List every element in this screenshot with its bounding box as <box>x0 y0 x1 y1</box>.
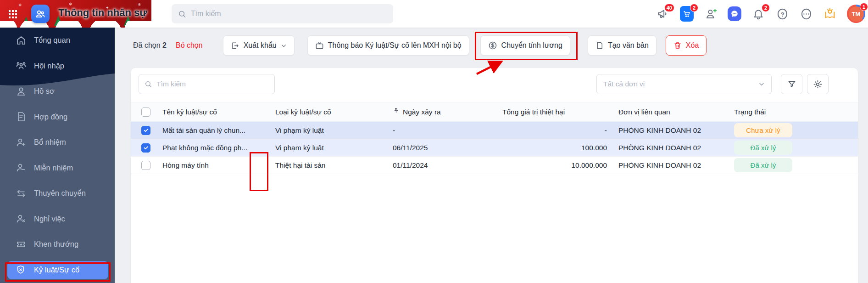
add-user-icon[interactable] <box>704 7 718 21</box>
unit-filter-placeholder: Tất cả đơn vị <box>603 80 645 88</box>
snowflake-icon: ❄ <box>69 2 72 6</box>
snowflake-icon: ❄ <box>138 2 141 7</box>
column-header-type[interactable]: Loại kỷ luật/sự cố <box>275 108 393 116</box>
chevron-down-icon <box>758 81 765 87</box>
row-checkbox[interactable] <box>141 143 150 153</box>
table-row-2[interactable]: Phạt không mặc đồng ph... Vi phạm kỷ luậ… <box>131 139 858 157</box>
cell-unit: PHÒNG KINH DOANH 02 <box>607 161 734 170</box>
cart-badge: 2 <box>690 4 698 12</box>
search-icon <box>178 10 186 18</box>
table-search-input[interactable] <box>156 80 269 88</box>
snowflake-icon: ❄ <box>18 3 22 7</box>
cell-date: 01/11/2024 <box>393 161 502 170</box>
table-row-1[interactable]: Mất tài sản quản lý chun... Vi phạm kỷ l… <box>131 122 858 139</box>
hr-app-logo-icon[interactable] <box>31 5 50 23</box>
cell-date: 06/11/2025 <box>393 144 502 152</box>
table-row-3[interactable]: Hỏng máy tính Thiệt hại tài sản 01/11/20… <box>131 157 858 174</box>
sidebar-item-thuyen-chuyen[interactable]: Thuyên chuyển <box>0 181 115 206</box>
snow-decoration <box>0 21 151 28</box>
cell-name: Mất tài sản quản lý chun... <box>162 126 275 135</box>
export-icon <box>231 41 239 50</box>
person-plus-icon <box>16 137 27 148</box>
pin-icon[interactable] <box>393 108 400 116</box>
user-avatar[interactable]: TM 1 <box>847 5 865 23</box>
whats-new-icon[interactable] <box>823 7 837 21</box>
column-header-value[interactable]: Tổng giá trị thiệt hại <box>502 108 607 116</box>
hr-app-window: ❄ ❄ ✦ ❄ Thông tin nhân sự 40 <box>0 0 868 283</box>
sidebar-item-mien-nhiem[interactable]: Miễn nhiệm <box>0 155 115 181</box>
avatar-badge: 1 <box>860 3 868 11</box>
create-document-button[interactable]: Tạo văn bản <box>588 35 657 56</box>
sidebar-item-label: Hợp đồng <box>34 113 67 121</box>
table-search[interactable] <box>139 74 275 94</box>
document-icon <box>595 41 604 50</box>
notifications-bell-icon[interactable]: 2 <box>751 7 765 21</box>
column-header-status[interactable]: Trạng thái <box>734 108 858 116</box>
notify-social-button[interactable]: Thông báo Kỷ luật/Sự cố lên MXH nội bộ <box>307 35 469 56</box>
global-search-input[interactable] <box>191 10 387 18</box>
table-body: Mất tài sản quản lý chun... Vi phạm kỷ l… <box>131 122 858 174</box>
shield-x-icon <box>16 265 27 276</box>
table-settings-button[interactable] <box>807 74 829 94</box>
help-icon[interactable]: ? <box>775 7 789 21</box>
sidebar-item-hop-dong[interactable]: Hợp đồng <box>0 104 115 130</box>
chat-icon[interactable] <box>728 7 741 21</box>
chevron-down-icon <box>281 43 287 49</box>
sidebar-item-bo-nhiem[interactable]: Bổ nhiệm <box>0 130 115 155</box>
gear-icon <box>813 79 823 89</box>
cart-icon[interactable]: 2 <box>680 7 694 21</box>
export-button[interactable]: Xuất khẩu <box>223 35 295 56</box>
main-content: Đã chọn 2 Bỏ chọn Xuất khẩu Thông báo Kỷ… <box>115 28 868 283</box>
row-checkbox[interactable] <box>141 126 150 135</box>
sidebar-active-item-wrapper: Kỷ luật/Sự cố <box>0 261 115 279</box>
transfer-arrows-icon <box>16 188 27 199</box>
column-header-unit[interactable]: Đơn vị liên quan <box>607 108 734 116</box>
clear-selection-button[interactable]: Bỏ chọn <box>176 41 203 50</box>
row-checkbox[interactable] <box>141 161 150 170</box>
sidebar-item-khen-thuong[interactable]: Khen thưởng <box>0 232 115 257</box>
app-grid-icon[interactable] <box>8 10 17 19</box>
sidebar-item-label: Thuyên chuyển <box>34 189 86 198</box>
unit-filter-select[interactable]: Tất cả đơn vị <box>596 74 772 94</box>
person-icon <box>16 86 27 97</box>
cell-value: 10.000.000 <box>502 161 607 170</box>
transfer-to-payroll-button[interactable]: Chuyển tính lương <box>480 35 570 56</box>
sidebar-item-tong-quan[interactable]: Tổng quan <box>0 28 115 53</box>
column-header-name[interactable]: Tên kỷ luật/sự cố <box>162 108 275 116</box>
sidebar-item-label: Tổng quan <box>34 36 70 45</box>
column-header-date[interactable]: Ngày xảy ra <box>393 108 502 116</box>
home-icon <box>16 35 27 46</box>
bulk-actions-toolbar: Đã chọn 2 Bỏ chọn Xuất khẩu Thông báo Kỷ… <box>133 35 707 56</box>
announcement-icon[interactable]: 40 <box>656 7 670 21</box>
sidebar-item-label: Nghỉ việc <box>34 215 65 223</box>
cell-date: - <box>393 126 502 135</box>
sidebar-item-nghi-viec[interactable]: Nghỉ việc <box>0 206 115 232</box>
delete-button[interactable]: Xóa <box>666 35 707 56</box>
sidebar-item-label: Miễn nhiệm <box>34 164 73 172</box>
sidebar-item-ky-luat-su-co[interactable]: Kỷ luật/Sự cố <box>7 261 108 279</box>
dollar-circle-icon <box>488 41 497 50</box>
sidebar-nav: Tổng quan Hội nhập Hồ sơ Hợp đồng Bổ nhi… <box>0 28 115 279</box>
cell-name: Hỏng máy tính <box>162 161 275 170</box>
sidebar-item-label: Kỷ luật/Sự cố <box>34 266 79 274</box>
selected-count: 2 <box>162 41 167 49</box>
search-icon <box>145 80 152 88</box>
person-x-icon <box>16 213 27 224</box>
notifications-badge: 2 <box>762 4 770 12</box>
award-ticket-icon <box>16 239 27 250</box>
sidebar-item-label: Bổ nhiệm <box>34 138 66 147</box>
status-badge: Đã xử lý <box>734 158 792 172</box>
selected-count-text: Đã chọn 2 <box>133 41 167 50</box>
people-group-icon <box>16 60 27 71</box>
more-options-icon[interactable] <box>799 7 813 21</box>
sidebar: Tổng quan Hội nhập Hồ sơ Hợp đồng Bổ nhi… <box>0 28 115 283</box>
filter-button[interactable] <box>781 74 802 94</box>
global-search[interactable] <box>172 4 393 23</box>
topbar: ❄ ❄ ✦ ❄ Thông tin nhân sự 40 <box>0 0 868 28</box>
sidebar-item-ho-so[interactable]: Hồ sơ <box>0 79 115 104</box>
sidebar-item-hoi-nhap[interactable]: Hội nhập <box>0 53 115 79</box>
discipline-list-card: Tất cả đơn vị Tên kỷ luật/sự cố Loại kỷ … <box>131 68 858 283</box>
payroll-button-annotation-wrapper: Chuyển tính lương <box>480 35 570 56</box>
select-all-checkbox[interactable] <box>141 108 150 117</box>
cell-unit: PHÒNG KINH DOANH 02 <box>607 144 734 152</box>
